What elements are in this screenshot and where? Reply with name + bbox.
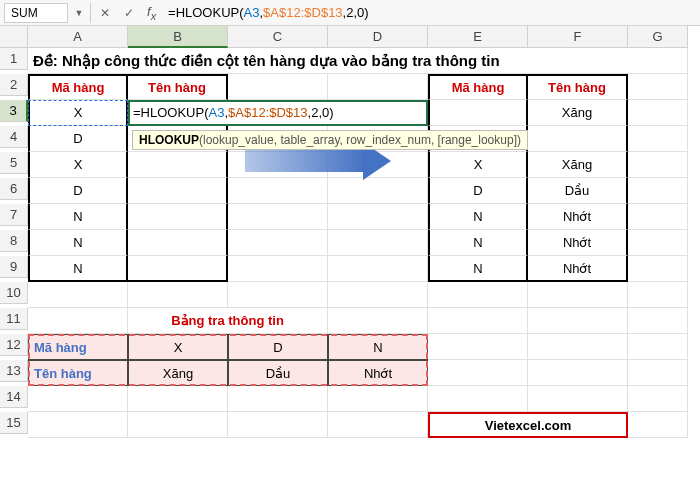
cell[interactable] bbox=[628, 204, 688, 230]
cell[interactable] bbox=[628, 360, 688, 386]
cell[interactable]: N bbox=[328, 334, 428, 360]
cell[interactable] bbox=[428, 308, 528, 334]
row-hdr-10[interactable]: 10 bbox=[0, 282, 28, 304]
cell[interactable] bbox=[28, 412, 128, 438]
row-hdr-11[interactable]: 11 bbox=[0, 308, 28, 330]
cell[interactable]: Dầu bbox=[228, 360, 328, 386]
cell[interactable] bbox=[328, 74, 428, 100]
name-box[interactable]: SUM bbox=[4, 3, 68, 23]
row-hdr-8[interactable]: 8 bbox=[0, 230, 28, 252]
col-hdr-E[interactable]: E bbox=[428, 26, 528, 48]
col-hdr-F[interactable]: F bbox=[528, 26, 628, 48]
col-hdr-B[interactable]: B bbox=[128, 26, 228, 48]
cell[interactable] bbox=[628, 178, 688, 204]
cell[interactable] bbox=[628, 152, 688, 178]
cell[interactable] bbox=[428, 282, 528, 308]
row-hdr-2[interactable]: 2 bbox=[0, 74, 28, 96]
cell[interactable] bbox=[628, 74, 688, 100]
row-hdr-15[interactable]: 15 bbox=[0, 412, 28, 434]
cell[interactable] bbox=[128, 412, 228, 438]
cell[interactable] bbox=[228, 204, 328, 230]
cell[interactable]: D bbox=[228, 334, 328, 360]
lookup-label-ma[interactable]: Mã hàng bbox=[28, 334, 128, 360]
row-hdr-4[interactable]: 4 bbox=[0, 126, 28, 148]
cell[interactable] bbox=[428, 386, 528, 412]
row-hdr-9[interactable]: 9 bbox=[0, 256, 28, 278]
cell[interactable] bbox=[228, 412, 328, 438]
col-hdr-C[interactable]: C bbox=[228, 26, 328, 48]
cell[interactable]: X bbox=[28, 152, 128, 178]
cell[interactable] bbox=[628, 334, 688, 360]
cell[interactable]: X bbox=[128, 334, 228, 360]
cell[interactable] bbox=[328, 204, 428, 230]
cell[interactable] bbox=[228, 256, 328, 282]
cell[interactable] bbox=[128, 230, 228, 256]
cell[interactable] bbox=[428, 360, 528, 386]
lookup-label-ten[interactable]: Tên hàng bbox=[28, 360, 128, 386]
cell[interactable]: N bbox=[28, 256, 128, 282]
cell[interactable] bbox=[228, 386, 328, 412]
cell[interactable] bbox=[528, 360, 628, 386]
cell[interactable] bbox=[328, 308, 428, 334]
fx-icon[interactable]: fx bbox=[147, 4, 156, 22]
cell[interactable] bbox=[228, 178, 328, 204]
cell[interactable]: N bbox=[428, 230, 528, 256]
row-hdr-5[interactable]: 5 bbox=[0, 152, 28, 174]
cell[interactable] bbox=[128, 386, 228, 412]
active-cell[interactable]: =HLOOKUP(A3,$A$12:$D$13,2,0) bbox=[128, 100, 428, 126]
row-hdr-12[interactable]: 12 bbox=[0, 334, 28, 356]
name-box-dropdown[interactable]: ▼ bbox=[72, 3, 86, 23]
cancel-icon[interactable]: ✕ bbox=[95, 3, 115, 23]
row-hdr-6[interactable]: 6 bbox=[0, 178, 28, 200]
cell[interactable] bbox=[128, 282, 228, 308]
cell[interactable]: Nhớt bbox=[528, 204, 628, 230]
cell[interactable]: D bbox=[428, 178, 528, 204]
cell[interactable]: X bbox=[428, 152, 528, 178]
cell[interactable]: N bbox=[428, 256, 528, 282]
cell[interactable]: Xăng bbox=[528, 100, 628, 126]
cell[interactable] bbox=[328, 412, 428, 438]
cell[interactable] bbox=[328, 230, 428, 256]
cell[interactable]: N bbox=[428, 204, 528, 230]
cell[interactable]: Xăng bbox=[528, 152, 628, 178]
row-hdr-3[interactable]: 3 bbox=[0, 100, 28, 122]
formula-input[interactable]: =HLOOKUP(A3,$A$12:$D$13,2,0) bbox=[164, 3, 696, 23]
row-hdr-14[interactable]: 14 bbox=[0, 386, 28, 408]
cell[interactable] bbox=[28, 282, 128, 308]
cell[interactable] bbox=[128, 152, 228, 178]
cell[interactable] bbox=[328, 386, 428, 412]
cell[interactable] bbox=[28, 386, 128, 412]
cell[interactable] bbox=[128, 256, 228, 282]
cell[interactable] bbox=[428, 100, 528, 126]
cell[interactable] bbox=[528, 308, 628, 334]
cell[interactable] bbox=[528, 282, 628, 308]
cell[interactable]: D bbox=[28, 126, 128, 152]
cell[interactable] bbox=[528, 334, 628, 360]
cell[interactable]: Nhớt bbox=[528, 230, 628, 256]
cell[interactable] bbox=[228, 282, 328, 308]
spreadsheet-grid[interactable]: A B C D E F G 1 Đề: Nhập công thức điền … bbox=[0, 26, 700, 438]
cell[interactable] bbox=[328, 282, 428, 308]
cell[interactable] bbox=[628, 100, 688, 126]
row-hdr-13[interactable]: 13 bbox=[0, 360, 28, 382]
cell[interactable] bbox=[628, 256, 688, 282]
cell[interactable]: Xăng bbox=[128, 360, 228, 386]
cell[interactable] bbox=[428, 334, 528, 360]
cell[interactable]: N bbox=[28, 204, 128, 230]
select-all-corner[interactable] bbox=[0, 26, 28, 48]
cell[interactable] bbox=[628, 230, 688, 256]
col-hdr-A[interactable]: A bbox=[28, 26, 128, 48]
cell[interactable] bbox=[528, 126, 628, 152]
row-hdr-7[interactable]: 7 bbox=[0, 204, 28, 226]
cell[interactable]: N bbox=[28, 230, 128, 256]
row-hdr-1[interactable]: 1 bbox=[0, 48, 28, 70]
accept-icon[interactable]: ✓ bbox=[119, 3, 139, 23]
cell[interactable] bbox=[328, 178, 428, 204]
cell[interactable] bbox=[628, 412, 688, 438]
cell[interactable] bbox=[228, 74, 328, 100]
cell[interactable] bbox=[528, 386, 628, 412]
cell[interactable]: Nhớt bbox=[328, 360, 428, 386]
cell[interactable] bbox=[628, 282, 688, 308]
cell[interactable]: Dầu bbox=[528, 178, 628, 204]
cell[interactable] bbox=[28, 308, 128, 334]
